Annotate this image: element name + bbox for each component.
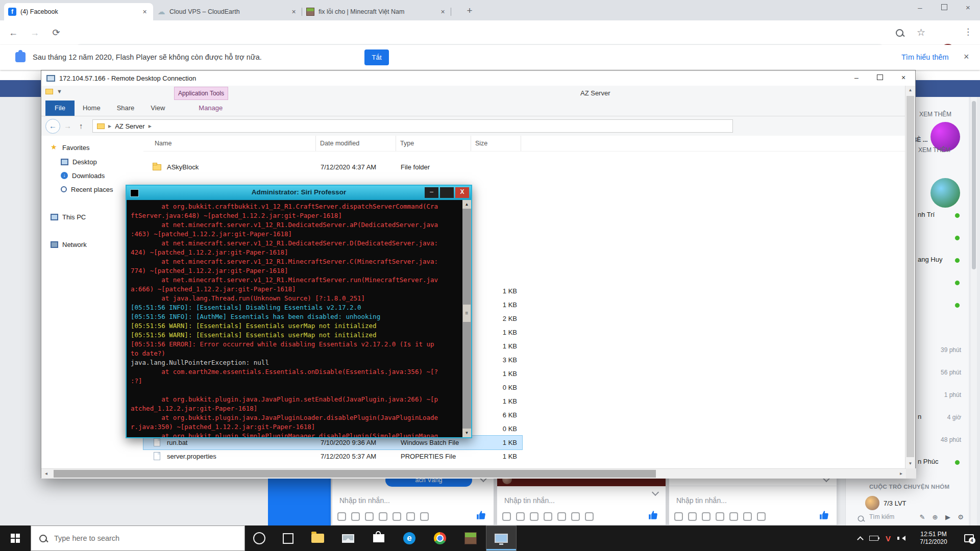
chat-attach-icon[interactable] <box>406 512 415 521</box>
like-icon[interactable] <box>648 510 658 520</box>
browser-tab[interactable]: fix lỗi cho | Minecraft Việt Nam× <box>302 3 451 20</box>
taskbar-app-file-explorer[interactable] <box>302 525 333 551</box>
chat-camera-icon[interactable] <box>516 512 525 521</box>
rdp-vertical-scrollbar[interactable]: ▲ ▼ <box>905 86 915 468</box>
qat-customize-icon[interactable]: ▼ <box>57 88 62 94</box>
chat-camera-icon[interactable] <box>351 512 360 521</box>
scrollbar-thumb[interactable] <box>906 96 914 457</box>
sidebar-item-network[interactable]: Network <box>51 238 87 251</box>
ribbon-tab-home[interactable]: Home <box>75 101 109 116</box>
new-group-icon[interactable]: ⊕ <box>931 513 939 521</box>
scroll-left-icon[interactable]: ◄ <box>41 469 51 479</box>
chat-attach-icon[interactable] <box>743 512 752 521</box>
compose-icon[interactable]: ✎ <box>918 513 926 521</box>
volume-icon[interactable] <box>895 536 910 541</box>
breadcrumb[interactable]: AZ Server <box>115 122 145 130</box>
taskbar-app-remote-desktop[interactable] <box>486 525 517 551</box>
taskbar-app-chrome[interactable] <box>425 525 455 551</box>
explorer-back-button[interactable]: ← <box>45 119 60 134</box>
rdp-maximize-button[interactable] <box>868 70 892 86</box>
scroll-right-icon[interactable]: ► <box>896 469 906 479</box>
flash-close-icon[interactable]: × <box>964 52 969 62</box>
chat-gif-icon[interactable] <box>530 512 538 521</box>
rdp-horizontal-scrollbar[interactable]: ◄ ► <box>41 468 906 479</box>
console-minimize-button[interactable]: – <box>425 187 438 198</box>
taskbar-clock[interactable]: 12:51 PM 7/12/2020 <box>914 531 953 546</box>
contacts-search-input[interactable] <box>868 513 914 521</box>
browser-close-button[interactable]: × <box>956 0 980 16</box>
column-header-type[interactable]: Type <box>396 136 471 151</box>
tab-close-icon[interactable]: × <box>438 8 447 16</box>
chat-emoji-icon[interactable] <box>729 512 738 521</box>
explorer-address-bar[interactable]: ▶ AZ Server ▶ <box>92 119 733 133</box>
task-view-button[interactable] <box>274 525 302 551</box>
browser-tab[interactable]: ☁Cloud VPS – CloudEarth× <box>153 3 302 20</box>
sidebar-item-desktop[interactable]: Desktop <box>61 155 97 168</box>
chat-sticker-icon[interactable] <box>544 512 552 521</box>
chat-emoji-icon[interactable] <box>557 512 566 521</box>
start-button[interactable] <box>0 525 31 551</box>
flash-learn-more-link[interactable]: Tìm hiểu thêm <box>901 53 949 61</box>
console-close-button[interactable]: X <box>455 187 469 198</box>
contextual-tab-application-tools[interactable]: Application Tools <box>174 87 228 100</box>
file-row[interactable]: server.properties7/12/2020 5:37 AMPROPER… <box>143 449 906 463</box>
browser-maximize-button[interactable] <box>932 0 956 16</box>
group-avatar[interactable] <box>865 496 879 510</box>
message-input[interactable] <box>503 496 623 505</box>
scroll-up-icon[interactable]: ▲ <box>905 86 915 95</box>
like-icon[interactable] <box>476 510 486 520</box>
chat-sticker-icon[interactable] <box>379 512 387 521</box>
message-input[interactable] <box>338 496 453 505</box>
chat-voice-icon[interactable] <box>420 512 429 521</box>
taskbar-app-minecraft[interactable] <box>455 525 486 551</box>
chat-voice-icon[interactable] <box>757 512 766 521</box>
page-scrollbar[interactable] <box>971 97 977 525</box>
chat-photo-icon[interactable] <box>674 512 683 521</box>
video-icon[interactable]: ▶ <box>944 513 952 521</box>
column-header-date-modified[interactable]: Date modified <box>316 136 396 151</box>
cortana-button[interactable] <box>245 525 274 551</box>
browser-tab[interactable]: f(4) Facebook× <box>4 3 153 20</box>
unikey-icon[interactable]: V <box>881 534 895 543</box>
avatar[interactable] <box>930 178 960 208</box>
rdp-close-button[interactable]: × <box>892 70 915 86</box>
explorer-up-button[interactable]: ↑ <box>79 121 83 130</box>
chat-gif-icon[interactable] <box>702 512 710 521</box>
scroll-up-icon[interactable]: ▲ <box>462 200 471 209</box>
tab-close-icon[interactable]: × <box>140 8 149 16</box>
explorer-forward-button[interactable]: → <box>64 121 71 130</box>
taskbar-app-edge[interactable]: e <box>394 525 425 551</box>
forward-button[interactable]: → <box>29 27 41 39</box>
chat-attach-icon[interactable] <box>571 512 580 521</box>
file-row[interactable]: ASkyBlock7/12/2020 4:37 AMFile folder <box>143 160 906 174</box>
see-more-link[interactable]: XEM THÊM <box>918 146 950 154</box>
taskbar-search-box[interactable] <box>31 525 245 551</box>
console-maximize-button[interactable] <box>440 187 454 198</box>
column-header-size[interactable]: Size <box>471 136 521 151</box>
action-center-button[interactable]: 4 <box>958 525 980 551</box>
like-icon[interactable] <box>819 510 829 520</box>
scroll-down-icon[interactable]: ▼ <box>905 459 915 468</box>
group-chat-item[interactable]: 7/3 LVT <box>884 499 906 507</box>
sidebar-item-this-pc[interactable]: This PC <box>51 210 86 223</box>
scrollbar-thumb[interactable]: ≡ <box>463 305 471 322</box>
chat-gif-icon[interactable] <box>365 512 374 521</box>
chat-photo-icon[interactable] <box>337 512 346 521</box>
column-header-name[interactable]: Name <box>151 136 316 151</box>
chat-voice-icon[interactable] <box>585 512 594 521</box>
scrollbar-thumb[interactable] <box>54 470 656 478</box>
see-more-link[interactable]: XEM THÊM <box>919 111 951 118</box>
flash-dismiss-button[interactable]: Tắt <box>364 49 389 65</box>
chevron-down-icon[interactable] <box>652 489 659 496</box>
console-title-bar[interactable]: Administrator: Siri Professor – X <box>127 186 471 200</box>
tab-close-icon[interactable]: × <box>289 8 298 16</box>
sidebar-item-favorites[interactable]: ★Favorites <box>51 141 89 154</box>
console-scrollbar[interactable]: ▲ ≡ ▼ <box>462 200 471 437</box>
chat-photo-icon[interactable] <box>502 512 511 521</box>
chat-sticker-icon[interactable] <box>716 512 724 521</box>
ribbon-tab-share[interactable]: Share <box>109 101 143 116</box>
chat-camera-icon[interactable] <box>688 512 697 521</box>
sidebar-item-recent-places[interactable]: Recent places <box>61 183 113 196</box>
ribbon-tab-view[interactable]: View <box>142 101 173 116</box>
chat-emoji-icon[interactable] <box>393 512 401 521</box>
